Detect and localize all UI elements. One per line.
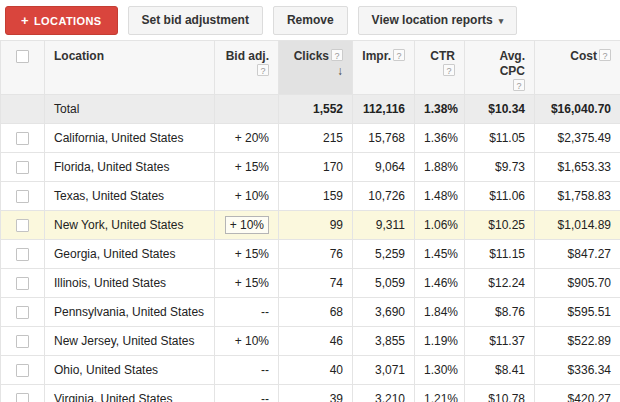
cell-impr: 3,855 [353,327,415,356]
cell-clicks: 46 [279,327,353,356]
select-all-header-cell [1,41,45,95]
help-icon[interactable]: ? [331,49,343,61]
select-all-checkbox[interactable] [16,50,29,63]
cell-clicks: 1,552 [279,95,353,124]
cell-value-avg_cpc: $10.78 [488,392,525,402]
cell-ctr: 1.21% [415,385,465,402]
column-header-clicks[interactable]: Clicks?↓ [279,41,353,95]
cell-cost: $905.70 [535,269,620,298]
add-locations-button[interactable]: +LOCATIONS [5,6,118,35]
set-bid-adjustment-button[interactable]: Set bid adjustment [128,6,263,35]
table-row: California, United States+ 20%21515,7681… [1,124,620,153]
cell-ctr: 1.38% [415,95,465,124]
column-header-cost[interactable]: Cost? [535,41,620,95]
row-checkbox[interactable] [16,306,29,319]
help-icon[interactable]: ? [599,49,611,61]
column-label-bid_adj: Bid adj. [226,49,269,63]
cell-value-impr: 3,690 [375,305,405,319]
cell-value-cost: $336.34 [568,363,611,377]
table-row: New Jersey, United States+ 10%463,8551.1… [1,327,620,356]
cell-value-cost: $1,014.89 [558,218,611,232]
column-header-impr[interactable]: Impr.? [353,41,415,95]
cell-value-bid_adj: + 20% [235,131,269,145]
cell-bid_adj: + 15% [215,269,279,298]
help-icon[interactable]: ? [257,64,269,76]
cell-value-avg_cpc: $8.41 [495,363,525,377]
help-icon[interactable]: ? [443,64,455,76]
help-icon[interactable]: ? [513,79,525,91]
cell-impr: 5,259 [353,240,415,269]
cell-value-impr: 10,726 [368,189,405,203]
sort-descending-icon: ↓ [337,64,343,78]
cell-value-location: Total [54,102,79,116]
row-checkbox-cell [1,95,45,124]
cell-value-ctr: 1.30% [424,363,458,377]
cell-bid_adj: + 15% [215,153,279,182]
cell-value-cost: $595.51 [568,305,611,319]
cell-avg_cpc: $11.06 [465,182,535,211]
cell-value-ctr: 1.19% [424,334,458,348]
cell-value-impr: 3,855 [375,334,405,348]
column-header-avg_cpc[interactable]: Avg. CPC? [465,41,535,95]
cell-value-clicks: 1,552 [313,102,343,116]
row-checkbox[interactable] [16,364,29,377]
cell-clicks: 215 [279,124,353,153]
view-location-reports-button[interactable]: View location reports▾ [358,6,518,35]
cell-bid_adj: + 10% [215,327,279,356]
cell-value-ctr: 1.84% [424,305,458,319]
bid-adjustment-editable[interactable]: + 10% [225,216,269,234]
cell-ctr: 1.84% [415,298,465,327]
cell-cost: $420.27 [535,385,620,402]
cell-avg_cpc: $8.76 [465,298,535,327]
cell-value-bid_adj: -- [261,392,269,402]
row-checkbox[interactable] [16,219,29,232]
cell-location: Total [45,95,215,124]
column-header-ctr[interactable]: CTR? [415,41,465,95]
row-checkbox[interactable] [16,190,29,203]
row-checkbox[interactable] [16,335,29,348]
cell-clicks: 76 [279,240,353,269]
column-header-bid_adj[interactable]: Bid adj.? [215,41,279,95]
locations-table: LocationBid adj.?Clicks?↓Impr.?CTR?Avg. … [0,40,620,402]
cell-value-avg_cpc: $10.25 [488,218,525,232]
cell-avg_cpc: $9.73 [465,153,535,182]
help-icon[interactable]: ? [393,49,405,61]
cell-impr: 9,311 [353,211,415,240]
row-checkbox-cell [1,298,45,327]
cell-clicks: 68 [279,298,353,327]
cell-value-bid_adj: -- [261,305,269,319]
row-checkbox[interactable] [16,393,29,402]
row-checkbox[interactable] [16,161,29,174]
cell-cost: $847.27 [535,240,620,269]
cell-location: Georgia, United States [45,240,215,269]
cell-cost: $1,014.89 [535,211,620,240]
table-header-row: LocationBid adj.?Clicks?↓Impr.?CTR?Avg. … [1,41,620,95]
cell-value-location: Texas, United States [54,189,164,203]
cell-clicks: 39 [279,385,353,402]
column-header-location[interactable]: Location [45,41,215,95]
cell-cost: $595.51 [535,298,620,327]
cell-value-ctr: 1.06% [424,218,458,232]
cell-value-avg_cpc: $12.24 [488,276,525,290]
row-checkbox-cell [1,182,45,211]
table-row: Virginia, United States--393,2101.21%$10… [1,385,620,402]
cell-value-ctr: 1.48% [424,189,458,203]
cell-value-impr: 9,064 [375,160,405,174]
cell-value-location: Pennsylvania, United States [54,305,204,319]
cell-bid_adj: -- [215,385,279,402]
cell-value-avg_cpc: $9.73 [495,160,525,174]
remove-button[interactable]: Remove [273,6,348,35]
row-checkbox[interactable] [16,248,29,261]
cell-avg_cpc: $10.34 [465,95,535,124]
cell-bid_adj [215,95,279,124]
row-checkbox[interactable] [16,277,29,290]
column-label-cost: Cost [570,49,597,63]
table-row: Illinois, United States+ 15%745,0591.46%… [1,269,620,298]
table-row: Georgia, United States+ 15%765,2591.45%$… [1,240,620,269]
cell-value-location: Virginia, United States [54,392,173,402]
cell-impr: 3,210 [353,385,415,402]
row-checkbox[interactable] [16,132,29,145]
cell-clicks: 99 [279,211,353,240]
cell-value-impr: 5,259 [375,247,405,261]
cell-location: Florida, United States [45,153,215,182]
